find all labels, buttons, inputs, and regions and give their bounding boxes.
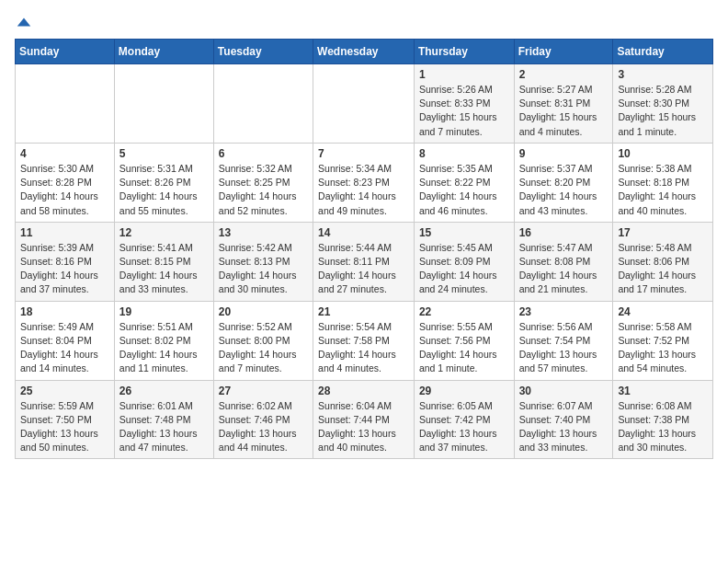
calendar-header-row: SundayMondayTuesdayWednesdayThursdayFrid… xyxy=(16,40,713,64)
day-info: Sunrise: 5:35 AM Sunset: 8:22 PM Dayligh… xyxy=(419,162,509,218)
col-header-tuesday: Tuesday xyxy=(213,40,313,64)
calendar-cell xyxy=(213,64,313,144)
day-number: 3 xyxy=(618,68,708,81)
day-info: Sunrise: 5:38 AM Sunset: 8:18 PM Dayligh… xyxy=(618,162,708,218)
day-number: 23 xyxy=(519,305,609,318)
day-info: Sunrise: 5:52 AM Sunset: 8:00 PM Dayligh… xyxy=(219,320,308,376)
calendar-cell: 6Sunrise: 5:32 AM Sunset: 8:25 PM Daylig… xyxy=(213,143,313,222)
day-info: Sunrise: 5:39 AM Sunset: 8:16 PM Dayligh… xyxy=(20,241,109,297)
calendar-cell: 16Sunrise: 5:47 AM Sunset: 8:08 PM Dayli… xyxy=(514,222,613,301)
col-header-wednesday: Wednesday xyxy=(313,40,415,64)
calendar-cell: 14Sunrise: 5:44 AM Sunset: 8:11 PM Dayli… xyxy=(313,222,415,301)
calendar-cell: 3Sunrise: 5:28 AM Sunset: 8:30 PM Daylig… xyxy=(613,64,713,144)
day-number: 12 xyxy=(119,226,209,239)
svg-marker-0 xyxy=(17,18,30,27)
calendar-cell: 30Sunrise: 6:07 AM Sunset: 7:40 PM Dayli… xyxy=(514,380,613,459)
calendar-week-row: 11Sunrise: 5:39 AM Sunset: 8:16 PM Dayli… xyxy=(16,222,713,301)
day-info: Sunrise: 5:31 AM Sunset: 8:26 PM Dayligh… xyxy=(119,162,209,218)
day-info: Sunrise: 5:41 AM Sunset: 8:15 PM Dayligh… xyxy=(119,241,209,297)
calendar-week-row: 4Sunrise: 5:30 AM Sunset: 8:28 PM Daylig… xyxy=(16,143,713,222)
day-number: 5 xyxy=(119,147,209,160)
day-number: 18 xyxy=(20,305,109,318)
day-number: 22 xyxy=(419,305,509,318)
day-number: 1 xyxy=(419,68,509,81)
day-info: Sunrise: 6:05 AM Sunset: 7:42 PM Dayligh… xyxy=(419,399,509,455)
day-info: Sunrise: 5:32 AM Sunset: 8:25 PM Dayligh… xyxy=(219,162,308,218)
calendar-cell: 25Sunrise: 5:59 AM Sunset: 7:50 PM Dayli… xyxy=(16,380,115,459)
col-header-monday: Monday xyxy=(114,40,213,64)
day-number: 27 xyxy=(219,385,308,397)
calendar-cell: 12Sunrise: 5:41 AM Sunset: 8:15 PM Dayli… xyxy=(114,222,213,301)
day-number: 31 xyxy=(618,385,708,397)
calendar-cell xyxy=(16,64,115,144)
calendar-cell: 29Sunrise: 6:05 AM Sunset: 7:42 PM Dayli… xyxy=(414,380,514,459)
day-number: 28 xyxy=(318,385,409,397)
calendar-cell: 7Sunrise: 5:34 AM Sunset: 8:23 PM Daylig… xyxy=(313,143,415,222)
calendar-cell: 21Sunrise: 5:54 AM Sunset: 7:58 PM Dayli… xyxy=(313,301,415,380)
day-number: 2 xyxy=(519,68,609,81)
day-number: 19 xyxy=(119,305,209,318)
day-number: 11 xyxy=(20,226,109,239)
col-header-friday: Friday xyxy=(514,40,613,64)
calendar-cell: 8Sunrise: 5:35 AM Sunset: 8:22 PM Daylig… xyxy=(414,143,514,222)
day-number: 13 xyxy=(219,226,308,239)
calendar-cell: 31Sunrise: 6:08 AM Sunset: 7:38 PM Dayli… xyxy=(613,380,713,459)
day-number: 7 xyxy=(318,147,409,160)
day-info: Sunrise: 5:55 AM Sunset: 7:56 PM Dayligh… xyxy=(419,320,509,376)
day-info: Sunrise: 5:28 AM Sunset: 8:30 PM Dayligh… xyxy=(618,83,708,139)
day-info: Sunrise: 5:34 AM Sunset: 8:23 PM Dayligh… xyxy=(318,162,409,218)
day-number: 8 xyxy=(419,147,509,160)
day-info: Sunrise: 5:47 AM Sunset: 8:08 PM Dayligh… xyxy=(519,241,609,297)
logo xyxy=(15,15,32,28)
day-info: Sunrise: 6:04 AM Sunset: 7:44 PM Dayligh… xyxy=(318,399,409,455)
calendar-cell: 27Sunrise: 6:02 AM Sunset: 7:46 PM Dayli… xyxy=(213,380,313,459)
day-info: Sunrise: 6:02 AM Sunset: 7:46 PM Dayligh… xyxy=(219,399,308,455)
col-header-sunday: Sunday xyxy=(16,40,115,64)
calendar-cell: 10Sunrise: 5:38 AM Sunset: 8:18 PM Dayli… xyxy=(613,143,713,222)
calendar-cell: 20Sunrise: 5:52 AM Sunset: 8:00 PM Dayli… xyxy=(213,301,313,380)
day-info: Sunrise: 5:44 AM Sunset: 8:11 PM Dayligh… xyxy=(318,241,409,297)
logo-icon xyxy=(16,15,32,31)
day-info: Sunrise: 5:49 AM Sunset: 8:04 PM Dayligh… xyxy=(20,320,109,376)
day-info: Sunrise: 5:54 AM Sunset: 7:58 PM Dayligh… xyxy=(318,320,409,376)
day-number: 21 xyxy=(318,305,409,318)
header xyxy=(15,15,713,28)
calendar-cell: 4Sunrise: 5:30 AM Sunset: 8:28 PM Daylig… xyxy=(16,143,115,222)
day-number: 10 xyxy=(618,147,708,160)
day-number: 29 xyxy=(419,385,509,397)
calendar-cell: 2Sunrise: 5:27 AM Sunset: 8:31 PM Daylig… xyxy=(514,64,613,144)
calendar-cell: 22Sunrise: 5:55 AM Sunset: 7:56 PM Dayli… xyxy=(414,301,514,380)
day-info: Sunrise: 5:51 AM Sunset: 8:02 PM Dayligh… xyxy=(119,320,209,376)
day-info: Sunrise: 5:58 AM Sunset: 7:52 PM Dayligh… xyxy=(618,320,708,376)
calendar-week-row: 25Sunrise: 5:59 AM Sunset: 7:50 PM Dayli… xyxy=(16,380,713,459)
calendar-cell: 17Sunrise: 5:48 AM Sunset: 8:06 PM Dayli… xyxy=(613,222,713,301)
day-info: Sunrise: 5:48 AM Sunset: 8:06 PM Dayligh… xyxy=(618,241,708,297)
day-number: 26 xyxy=(119,385,209,397)
calendar-cell xyxy=(114,64,213,144)
day-info: Sunrise: 5:27 AM Sunset: 8:31 PM Dayligh… xyxy=(519,83,609,139)
day-number: 15 xyxy=(419,226,509,239)
day-number: 14 xyxy=(318,226,409,239)
day-number: 17 xyxy=(618,226,708,239)
calendar-week-row: 18Sunrise: 5:49 AM Sunset: 8:04 PM Dayli… xyxy=(16,301,713,380)
day-number: 4 xyxy=(20,147,109,160)
calendar-table: SundayMondayTuesdayWednesdayThursdayFrid… xyxy=(15,39,713,459)
day-info: Sunrise: 5:26 AM Sunset: 8:33 PM Dayligh… xyxy=(419,83,509,139)
day-info: Sunrise: 5:42 AM Sunset: 8:13 PM Dayligh… xyxy=(219,241,308,297)
day-info: Sunrise: 5:59 AM Sunset: 7:50 PM Dayligh… xyxy=(20,399,109,455)
calendar-cell: 15Sunrise: 5:45 AM Sunset: 8:09 PM Dayli… xyxy=(414,222,514,301)
calendar-cell: 18Sunrise: 5:49 AM Sunset: 8:04 PM Dayli… xyxy=(16,301,115,380)
day-info: Sunrise: 6:01 AM Sunset: 7:48 PM Dayligh… xyxy=(119,399,209,455)
col-header-saturday: Saturday xyxy=(613,40,713,64)
day-number: 25 xyxy=(20,385,109,397)
day-info: Sunrise: 5:56 AM Sunset: 7:54 PM Dayligh… xyxy=(519,320,609,376)
calendar-cell xyxy=(313,64,415,144)
calendar-cell: 28Sunrise: 6:04 AM Sunset: 7:44 PM Dayli… xyxy=(313,380,415,459)
day-number: 20 xyxy=(219,305,308,318)
calendar-cell: 5Sunrise: 5:31 AM Sunset: 8:26 PM Daylig… xyxy=(114,143,213,222)
calendar-cell: 13Sunrise: 5:42 AM Sunset: 8:13 PM Dayli… xyxy=(213,222,313,301)
calendar-cell: 11Sunrise: 5:39 AM Sunset: 8:16 PM Dayli… xyxy=(16,222,115,301)
day-info: Sunrise: 5:37 AM Sunset: 8:20 PM Dayligh… xyxy=(519,162,609,218)
calendar-cell: 9Sunrise: 5:37 AM Sunset: 8:20 PM Daylig… xyxy=(514,143,613,222)
day-info: Sunrise: 6:08 AM Sunset: 7:38 PM Dayligh… xyxy=(618,399,708,455)
